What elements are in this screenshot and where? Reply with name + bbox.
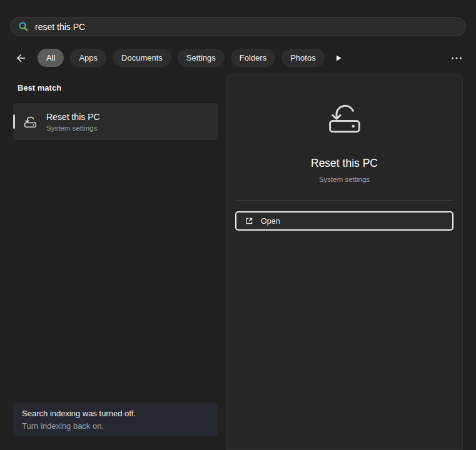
- selection-accent-bar: [13, 114, 15, 129]
- reset-pc-icon-large: [324, 97, 365, 141]
- divider: [235, 200, 453, 201]
- indexing-notice: Search indexing was turned off. Turn ind…: [13, 402, 218, 436]
- filter-pill-all[interactable]: All: [38, 49, 64, 67]
- notice-message: Search indexing was turned off.: [22, 409, 209, 418]
- preview-panel: Reset this PC System settings Open: [226, 74, 463, 450]
- filter-row: All Apps Documents Settings Folders Phot…: [10, 49, 466, 67]
- filter-pill-documents[interactable]: Documents: [113, 49, 171, 67]
- search-icon: [18, 21, 35, 32]
- result-subtitle: System settings: [46, 124, 100, 132]
- ellipsis-icon: [451, 56, 462, 60]
- reset-pc-icon: [23, 114, 38, 129]
- open-button[interactable]: Open: [235, 211, 453, 231]
- search-bar[interactable]: [10, 17, 466, 36]
- filter-pill-settings[interactable]: Settings: [178, 49, 225, 67]
- arrow-left-icon: [15, 52, 26, 64]
- more-options-button[interactable]: [447, 49, 466, 67]
- preview-title: Reset this PC: [311, 157, 378, 170]
- filter-pill-apps[interactable]: Apps: [70, 49, 106, 67]
- result-item-reset-this-pc[interactable]: Reset this PC System settings: [13, 103, 218, 140]
- back-button[interactable]: [10, 49, 31, 67]
- more-filters-button[interactable]: [331, 49, 346, 67]
- open-button-label: Open: [261, 217, 280, 226]
- filter-pill-photos[interactable]: Photos: [281, 49, 324, 67]
- search-input[interactable]: [35, 22, 458, 32]
- result-text: Reset this PC System settings: [46, 112, 100, 132]
- filter-pill-folders[interactable]: Folders: [231, 49, 275, 67]
- notice-action-link[interactable]: Turn indexing back on.: [22, 421, 209, 431]
- section-title-best-match: Best match: [18, 83, 61, 92]
- external-link-icon: [245, 216, 254, 226]
- preview-subtitle: System settings: [319, 176, 370, 183]
- result-title: Reset this PC: [46, 112, 100, 122]
- search-window: All Apps Documents Settings Folders Phot…: [0, 0, 476, 450]
- play-triangle-icon: [334, 54, 343, 62]
